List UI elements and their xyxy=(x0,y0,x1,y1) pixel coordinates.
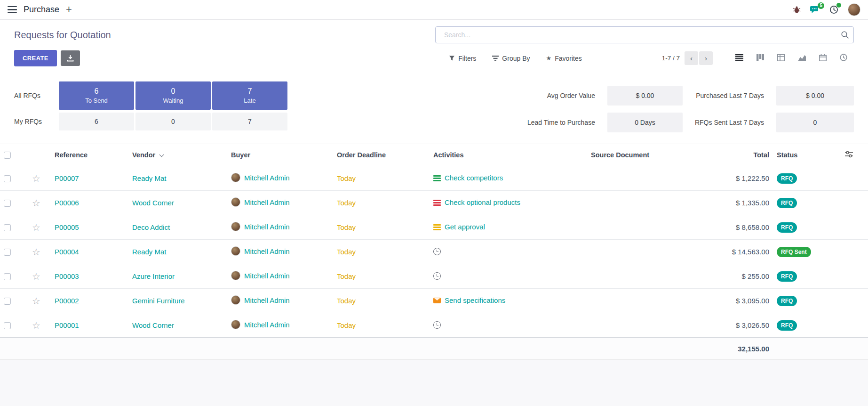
my-to-send-count[interactable]: 6 xyxy=(59,113,134,130)
activity-cell[interactable]: Check competitors xyxy=(433,174,503,182)
table-row[interactable]: ☆ P00001 Wood Corner Mitchell Admin Toda… xyxy=(0,313,868,338)
table-row[interactable]: ☆ P00005 Deco Addict Mitchell Admin Toda… xyxy=(0,215,868,240)
column-header-buyer[interactable]: Buyer xyxy=(227,144,333,166)
tile-late[interactable]: 7 Late xyxy=(212,81,287,110)
favorite-star-icon[interactable]: ☆ xyxy=(32,296,40,306)
buyer-link[interactable]: Mitchell Admin xyxy=(244,321,290,329)
vendor-link[interactable]: Gemini Furniture xyxy=(132,297,185,305)
activity-type-icon[interactable] xyxy=(433,175,441,181)
select-all-checkbox[interactable] xyxy=(4,152,11,159)
table-row[interactable]: ☆ P00006 Wood Corner Mitchell Admin Toda… xyxy=(0,191,868,215)
apps-menu-icon[interactable] xyxy=(8,6,17,14)
reference-link[interactable]: P00003 xyxy=(55,272,79,280)
pager-previous-button[interactable]: ‹ xyxy=(685,51,698,65)
vendor-link[interactable]: Ready Mat xyxy=(132,248,167,256)
row-checkbox[interactable] xyxy=(4,249,11,256)
activity-label[interactable]: Check competitors xyxy=(445,174,503,182)
create-button[interactable]: CREATE xyxy=(14,50,57,66)
activity-label[interactable]: Check optional products xyxy=(445,198,520,206)
buyer-link[interactable]: Mitchell Admin xyxy=(244,247,290,255)
reference-link[interactable]: P00005 xyxy=(55,223,79,231)
column-header-activities[interactable]: Activities xyxy=(430,144,587,166)
vendor-link[interactable]: Ready Mat xyxy=(132,174,167,182)
activities-clock-icon[interactable] xyxy=(829,5,838,14)
activity-type-icon[interactable] xyxy=(433,224,441,230)
activity-type-icon[interactable] xyxy=(433,199,441,206)
activity-cell[interactable] xyxy=(433,272,445,279)
user-avatar[interactable] xyxy=(848,3,860,16)
reference-link[interactable]: P00001 xyxy=(55,321,79,329)
favorite-star-icon[interactable]: ☆ xyxy=(32,271,40,282)
reference-link[interactable]: P00006 xyxy=(55,199,79,207)
vendor-link[interactable]: Azure Interior xyxy=(132,272,175,280)
plus-icon[interactable]: + xyxy=(66,4,72,15)
reference-link[interactable]: P00004 xyxy=(55,248,79,256)
activity-type-icon[interactable] xyxy=(433,248,441,254)
search-input[interactable] xyxy=(435,26,854,43)
pager-next-button[interactable]: › xyxy=(699,51,713,65)
buyer-avatar xyxy=(231,246,240,256)
favorite-star-icon[interactable]: ☆ xyxy=(32,198,40,208)
row-checkbox[interactable] xyxy=(4,224,11,231)
row-checkbox[interactable] xyxy=(4,322,11,329)
tile-waiting[interactable]: 0 Waiting xyxy=(135,81,211,110)
bug-icon[interactable] xyxy=(793,6,801,14)
activity-label[interactable]: Get approval xyxy=(445,223,485,231)
messages-icon[interactable]: 5 xyxy=(810,6,820,14)
my-late-count[interactable]: 7 xyxy=(212,113,287,130)
column-header-vendor[interactable]: Vendor xyxy=(128,144,227,166)
column-header-source-document[interactable]: Source Document xyxy=(587,144,702,166)
kanban-view-button[interactable] xyxy=(750,51,771,65)
reference-link[interactable]: P00007 xyxy=(55,174,79,182)
row-checkbox[interactable] xyxy=(4,175,11,182)
buyer-link[interactable]: Mitchell Admin xyxy=(244,198,290,206)
favorite-star-icon[interactable]: ☆ xyxy=(32,320,40,331)
pivot-view-button[interactable] xyxy=(771,51,791,65)
buyer-link[interactable]: Mitchell Admin xyxy=(244,223,290,231)
export-button[interactable] xyxy=(61,50,80,66)
column-header-order-deadline[interactable]: Order Deadline xyxy=(333,144,430,166)
favorite-star-icon[interactable]: ☆ xyxy=(32,222,40,233)
activity-type-icon[interactable] xyxy=(433,297,441,304)
optional-columns-icon[interactable] xyxy=(845,152,853,159)
activity-view-button[interactable] xyxy=(833,51,854,65)
activity-type-icon[interactable] xyxy=(433,321,441,328)
activity-cell[interactable] xyxy=(433,248,445,254)
activity-cell[interactable]: Send specifications xyxy=(433,296,505,304)
row-checkbox[interactable] xyxy=(4,298,11,305)
table-row[interactable]: ☆ P00004 Ready Mat Mitchell Admin Today … xyxy=(0,240,868,264)
activity-label[interactable]: Send specifications xyxy=(445,296,505,304)
vendor-link[interactable]: Wood Corner xyxy=(132,199,174,207)
buyer-link[interactable]: Mitchell Admin xyxy=(244,272,290,280)
activity-type-icon[interactable] xyxy=(433,272,441,279)
activity-cell[interactable]: Get approval xyxy=(433,223,485,231)
table-row[interactable]: ☆ P00002 Gemini Furniture Mitchell Admin… xyxy=(0,289,868,313)
table-row[interactable]: ☆ P00007 Ready Mat Mitchell Admin Today … xyxy=(0,166,868,191)
reference-link[interactable]: P00002 xyxy=(55,297,79,305)
vendor-link[interactable]: Wood Corner xyxy=(132,321,174,329)
column-header-total[interactable]: Total xyxy=(702,144,773,166)
calendar-view-button[interactable] xyxy=(812,51,833,65)
favorite-star-icon[interactable]: ☆ xyxy=(32,173,40,184)
search-icon[interactable] xyxy=(841,31,849,41)
favorites-button[interactable]: ★ Favorites xyxy=(546,55,581,62)
row-checkbox[interactable] xyxy=(4,200,11,207)
tile-to-send[interactable]: 6 To Send xyxy=(59,81,134,110)
buyer-link[interactable]: Mitchell Admin xyxy=(244,174,290,182)
my-waiting-count[interactable]: 0 xyxy=(135,113,211,130)
row-checkbox[interactable] xyxy=(4,273,11,280)
buyer-link[interactable]: Mitchell Admin xyxy=(244,296,290,304)
column-header-status[interactable]: Status xyxy=(773,144,829,166)
activity-cell[interactable]: Check optional products xyxy=(433,198,520,206)
graph-view-button[interactable] xyxy=(791,51,812,65)
app-name[interactable]: Purchase xyxy=(24,5,59,15)
favorite-star-icon[interactable]: ☆ xyxy=(32,247,40,257)
table-row[interactable]: ☆ P00003 Azure Interior Mitchell Admin T… xyxy=(0,264,868,289)
filters-button[interactable]: Filters xyxy=(449,55,476,62)
activity-cell[interactable] xyxy=(433,321,445,328)
list-view-button[interactable] xyxy=(729,51,750,65)
vendor-link[interactable]: Deco Addict xyxy=(132,223,170,231)
column-header-reference[interactable]: Reference xyxy=(51,144,128,166)
search-box xyxy=(435,26,854,43)
group-by-button[interactable]: Group By xyxy=(492,55,530,62)
